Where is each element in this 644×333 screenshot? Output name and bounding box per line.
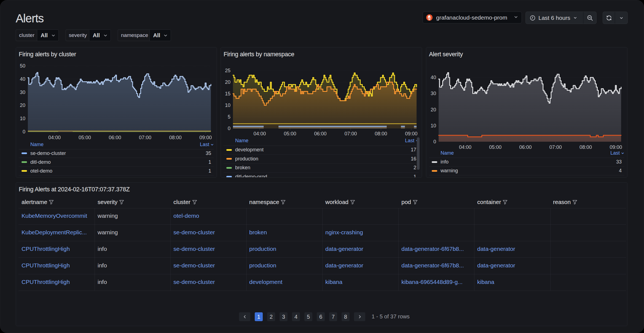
svg-text:04:00: 04:00 [48, 135, 61, 140]
svg-text:08:00: 08:00 [375, 131, 387, 136]
svg-text:06:00: 06:00 [519, 144, 532, 150]
svg-text:20: 20 [225, 79, 230, 85]
svg-text:10: 10 [431, 123, 436, 128]
svg-text:30: 30 [20, 90, 25, 95]
svg-text:0: 0 [433, 139, 436, 144]
svg-text:0: 0 [228, 126, 230, 131]
svg-text:15: 15 [225, 91, 230, 96]
svg-text:08:00: 08:00 [169, 135, 182, 140]
svg-text:40: 40 [431, 75, 436, 80]
svg-text:10: 10 [225, 103, 230, 108]
svg-text:09:00: 09:00 [610, 144, 622, 150]
svg-text:30: 30 [431, 91, 436, 96]
svg-text:5: 5 [228, 114, 230, 120]
svg-text:0: 0 [23, 129, 25, 135]
svg-text:50: 50 [20, 63, 25, 69]
svg-text:06:00: 06:00 [314, 131, 326, 136]
svg-text:10: 10 [20, 116, 25, 121]
svg-text:09:00: 09:00 [405, 131, 417, 136]
svg-text:40: 40 [20, 76, 25, 82]
svg-text:06:00: 06:00 [109, 135, 121, 140]
svg-text:04:00: 04:00 [254, 131, 266, 136]
svg-text:20: 20 [431, 107, 436, 112]
svg-text:05:00: 05:00 [284, 131, 296, 136]
svg-text:07:00: 07:00 [139, 135, 151, 140]
svg-text:05:00: 05:00 [489, 144, 501, 150]
svg-text:07:00: 07:00 [549, 144, 562, 150]
svg-text:20: 20 [20, 103, 25, 108]
svg-text:09:00: 09:00 [199, 135, 212, 140]
svg-text:08:00: 08:00 [579, 144, 592, 150]
svg-text:04:00: 04:00 [459, 144, 471, 150]
svg-text:07:00: 07:00 [344, 131, 357, 136]
svg-text:05:00: 05:00 [79, 135, 91, 140]
svg-text:25: 25 [225, 68, 230, 73]
